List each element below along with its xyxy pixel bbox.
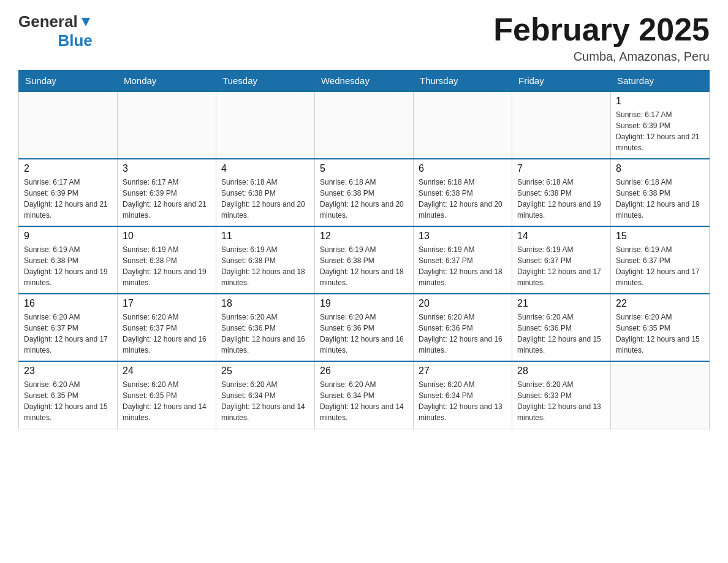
day-info: Sunrise: 6:20 AMSunset: 6:35 PMDaylight:… — [123, 379, 211, 423]
day-info: Sunrise: 6:19 AMSunset: 6:37 PMDaylight:… — [419, 244, 507, 288]
day-info: Sunrise: 6:18 AMSunset: 6:38 PMDaylight:… — [221, 177, 309, 221]
week-row-3: 9Sunrise: 6:19 AMSunset: 6:38 PMDaylight… — [19, 226, 710, 294]
day-number: 28 — [517, 366, 605, 377]
day-info: Sunrise: 6:20 AMSunset: 6:36 PMDaylight:… — [320, 312, 408, 356]
calendar-cell: 12Sunrise: 6:19 AMSunset: 6:38 PMDayligh… — [315, 226, 414, 294]
calendar-header-row: SundayMondayTuesdayWednesdayThursdayFrid… — [19, 71, 710, 92]
calendar-cell: 1Sunrise: 6:17 AMSunset: 6:39 PMDaylight… — [611, 91, 710, 159]
day-number: 1 — [616, 96, 704, 107]
day-number: 19 — [320, 298, 408, 309]
day-number: 5 — [320, 163, 408, 174]
svg-marker-0 — [82, 18, 90, 26]
day-info: Sunrise: 6:20 AMSunset: 6:37 PMDaylight:… — [24, 312, 112, 356]
calendar-table: SundayMondayTuesdayWednesdayThursdayFrid… — [18, 70, 710, 429]
calendar-cell: 15Sunrise: 6:19 AMSunset: 6:37 PMDayligh… — [611, 226, 710, 294]
title-block: February 2025 Cumba, Amazonas, Peru — [493, 12, 710, 64]
calendar-cell: 20Sunrise: 6:20 AMSunset: 6:36 PMDayligh… — [414, 294, 512, 361]
logo-arrow-icon — [79, 15, 93, 29]
calendar-cell: 13Sunrise: 6:19 AMSunset: 6:37 PMDayligh… — [414, 226, 512, 294]
day-number: 10 — [123, 231, 211, 242]
day-number: 12 — [320, 231, 408, 242]
day-info: Sunrise: 6:19 AMSunset: 6:38 PMDaylight:… — [24, 244, 112, 288]
day-number: 14 — [517, 231, 605, 242]
day-number: 11 — [221, 231, 309, 242]
calendar-header-monday: Monday — [118, 71, 216, 92]
calendar-cell: 14Sunrise: 6:19 AMSunset: 6:37 PMDayligh… — [512, 226, 611, 294]
day-info: Sunrise: 6:20 AMSunset: 6:35 PMDaylight:… — [616, 312, 704, 356]
day-number: 4 — [221, 163, 309, 174]
day-number: 2 — [24, 163, 112, 174]
day-number: 20 — [419, 298, 507, 309]
calendar-cell: 25Sunrise: 6:20 AMSunset: 6:34 PMDayligh… — [216, 361, 315, 429]
day-info: Sunrise: 6:19 AMSunset: 6:38 PMDaylight:… — [320, 244, 408, 288]
calendar-cell: 18Sunrise: 6:20 AMSunset: 6:36 PMDayligh… — [216, 294, 315, 361]
day-info: Sunrise: 6:19 AMSunset: 6:37 PMDaylight:… — [517, 244, 605, 288]
day-info: Sunrise: 6:20 AMSunset: 6:36 PMDaylight:… — [517, 312, 605, 356]
day-number: 6 — [419, 163, 507, 174]
day-info: Sunrise: 6:18 AMSunset: 6:38 PMDaylight:… — [616, 177, 704, 221]
day-number: 21 — [517, 298, 605, 309]
day-info: Sunrise: 6:18 AMSunset: 6:38 PMDaylight:… — [517, 177, 605, 221]
logo-general-text: General — [18, 12, 78, 31]
calendar-header-tuesday: Tuesday — [216, 71, 315, 92]
calendar-cell: 6Sunrise: 6:18 AMSunset: 6:38 PMDaylight… — [414, 159, 512, 226]
calendar-header-wednesday: Wednesday — [315, 71, 414, 92]
location-subtitle: Cumba, Amazonas, Peru — [493, 50, 710, 64]
week-row-5: 23Sunrise: 6:20 AMSunset: 6:35 PMDayligh… — [19, 361, 710, 429]
calendar-cell: 24Sunrise: 6:20 AMSunset: 6:35 PMDayligh… — [118, 361, 216, 429]
calendar-header-friday: Friday — [512, 71, 611, 92]
calendar-cell — [414, 91, 512, 159]
calendar-cell: 2Sunrise: 6:17 AMSunset: 6:39 PMDaylight… — [19, 159, 118, 226]
day-info: Sunrise: 6:19 AMSunset: 6:38 PMDaylight:… — [221, 244, 309, 288]
day-number: 25 — [221, 366, 309, 377]
calendar-cell — [19, 91, 118, 159]
day-number: 23 — [24, 366, 112, 377]
calendar-cell — [512, 91, 611, 159]
calendar-cell: 23Sunrise: 6:20 AMSunset: 6:35 PMDayligh… — [19, 361, 118, 429]
week-row-4: 16Sunrise: 6:20 AMSunset: 6:37 PMDayligh… — [19, 294, 710, 361]
calendar-cell: 4Sunrise: 6:18 AMSunset: 6:38 PMDaylight… — [216, 159, 315, 226]
calendar-cell: 19Sunrise: 6:20 AMSunset: 6:36 PMDayligh… — [315, 294, 414, 361]
page-header: General Blue February 2025 Cumba, Amazon… — [18, 12, 710, 64]
calendar-cell: 16Sunrise: 6:20 AMSunset: 6:37 PMDayligh… — [19, 294, 118, 361]
day-number: 27 — [419, 366, 507, 377]
main-title: February 2025 — [493, 12, 710, 47]
day-number: 24 — [123, 366, 211, 377]
day-info: Sunrise: 6:20 AMSunset: 6:34 PMDaylight:… — [419, 379, 507, 423]
day-number: 26 — [320, 366, 408, 377]
day-info: Sunrise: 6:19 AMSunset: 6:38 PMDaylight:… — [123, 244, 211, 288]
day-info: Sunrise: 6:17 AMSunset: 6:39 PMDaylight:… — [123, 177, 211, 221]
calendar-cell: 21Sunrise: 6:20 AMSunset: 6:36 PMDayligh… — [512, 294, 611, 361]
day-info: Sunrise: 6:20 AMSunset: 6:36 PMDaylight:… — [419, 312, 507, 356]
day-info: Sunrise: 6:20 AMSunset: 6:34 PMDaylight:… — [221, 379, 309, 423]
logo: General Blue — [18, 12, 93, 50]
calendar-cell — [611, 361, 710, 429]
day-info: Sunrise: 6:20 AMSunset: 6:37 PMDaylight:… — [123, 312, 211, 356]
day-info: Sunrise: 6:18 AMSunset: 6:38 PMDaylight:… — [320, 177, 408, 221]
day-number: 3 — [123, 163, 211, 174]
day-number: 18 — [221, 298, 309, 309]
day-number: 22 — [616, 298, 704, 309]
day-number: 7 — [517, 163, 605, 174]
calendar-cell: 26Sunrise: 6:20 AMSunset: 6:34 PMDayligh… — [315, 361, 414, 429]
calendar-cell: 11Sunrise: 6:19 AMSunset: 6:38 PMDayligh… — [216, 226, 315, 294]
day-info: Sunrise: 6:20 AMSunset: 6:36 PMDaylight:… — [221, 312, 309, 356]
calendar-cell — [315, 91, 414, 159]
day-number: 15 — [616, 231, 704, 242]
calendar-header-thursday: Thursday — [414, 71, 512, 92]
calendar-cell: 9Sunrise: 6:19 AMSunset: 6:38 PMDaylight… — [19, 226, 118, 294]
calendar-cell — [118, 91, 216, 159]
day-info: Sunrise: 6:17 AMSunset: 6:39 PMDaylight:… — [24, 177, 112, 221]
day-number: 13 — [419, 231, 507, 242]
calendar-cell: 8Sunrise: 6:18 AMSunset: 6:38 PMDaylight… — [611, 159, 710, 226]
day-info: Sunrise: 6:20 AMSunset: 6:33 PMDaylight:… — [517, 379, 605, 423]
day-number: 17 — [123, 298, 211, 309]
calendar-header-saturday: Saturday — [611, 71, 710, 92]
calendar-cell: 28Sunrise: 6:20 AMSunset: 6:33 PMDayligh… — [512, 361, 611, 429]
day-info: Sunrise: 6:19 AMSunset: 6:37 PMDaylight:… — [616, 244, 704, 288]
day-number: 8 — [616, 163, 704, 174]
calendar-cell — [216, 91, 315, 159]
calendar-cell: 27Sunrise: 6:20 AMSunset: 6:34 PMDayligh… — [414, 361, 512, 429]
calendar-header-sunday: Sunday — [19, 71, 118, 92]
week-row-1: 1Sunrise: 6:17 AMSunset: 6:39 PMDaylight… — [19, 91, 710, 159]
